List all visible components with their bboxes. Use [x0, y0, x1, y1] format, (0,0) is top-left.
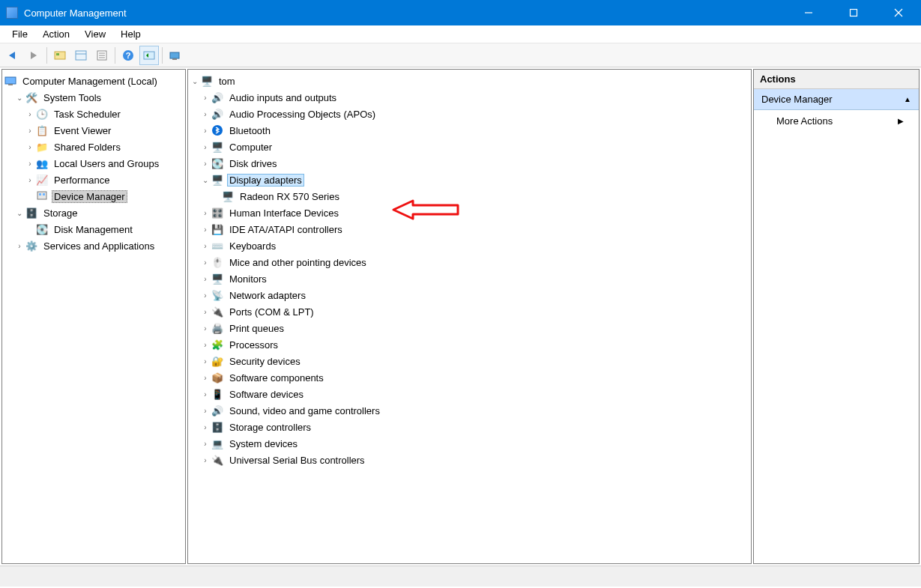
tree-shared-folders[interactable]: ›📁Shared Folders — [4, 139, 184, 155]
cat-storage-controllers[interactable]: ›🗄️Storage controllers — [190, 419, 749, 435]
chevron-right-icon[interactable]: › — [25, 110, 35, 118]
chevron-right-icon[interactable]: › — [200, 440, 211, 448]
chevron-right-icon[interactable]: › — [25, 143, 35, 151]
cat-audio-inputs[interactable]: ›🔊Audio inputs and outputs — [190, 89, 749, 106]
cat-processors[interactable]: ›🧩Processors — [190, 336, 749, 353]
chevron-right-icon[interactable]: › — [200, 407, 211, 415]
actions-more-label: More Actions — [776, 115, 833, 127]
chevron-right-icon[interactable]: › — [200, 242, 211, 250]
maximize-button[interactable] — [831, 0, 876, 25]
clock-icon: 🕒 — [35, 107, 49, 121]
chevron-down-icon[interactable]: ⌄ — [190, 77, 200, 85]
tree-system-tools[interactable]: ⌄ 🛠️ System Tools — [4, 89, 184, 106]
cat-audio-apo[interactable]: ›🔊Audio Processing Objects (APOs) — [190, 106, 749, 122]
cat-print-queues[interactable]: ›🖨️Print queues — [190, 320, 749, 336]
svg-rect-5 — [76, 51, 86, 60]
tree-performance[interactable]: ›📈Performance — [4, 172, 184, 188]
audio-icon: 🔊 — [211, 107, 224, 121]
chevron-right-icon[interactable]: › — [200, 456, 211, 464]
cat-display-adapters[interactable]: ⌄🖥️Display adapters — [190, 172, 749, 188]
chevron-right-icon[interactable]: › — [200, 160, 211, 168]
tree-device-manager[interactable]: Device Manager — [4, 188, 184, 204]
computer-mgmt-icon — [4, 74, 17, 88]
back-button[interactable] — [3, 46, 22, 65]
chevron-right-icon[interactable]: › — [200, 423, 211, 431]
chevron-down-icon[interactable]: ⌄ — [14, 94, 25, 102]
menu-view[interactable]: View — [77, 27, 113, 41]
bluetooth-icon — [211, 124, 224, 137]
chevron-right-icon[interactable]: › — [200, 209, 211, 217]
properties-button[interactable] — [71, 46, 91, 65]
refresh-button[interactable] — [139, 46, 159, 65]
chevron-down-icon[interactable]: ⌄ — [200, 176, 211, 184]
chevron-right-icon[interactable]: › — [200, 143, 211, 151]
tree-root[interactable]: Computer Management (Local) — [4, 73, 184, 89]
chevron-right-icon[interactable]: › — [200, 225, 211, 234]
chevron-right-icon[interactable]: › — [200, 357, 211, 366]
chevron-right-icon[interactable]: › — [200, 308, 211, 316]
actions-section[interactable]: Device Manager ▲ — [754, 89, 919, 110]
chevron-right-icon[interactable]: › — [200, 94, 211, 102]
forward-button[interactable] — [24, 46, 43, 65]
chevron-right-icon[interactable]: › — [200, 324, 211, 333]
chevron-right-icon[interactable]: › — [14, 242, 25, 250]
chevron-right-icon[interactable]: › — [200, 127, 211, 135]
actions-more[interactable]: More Actions ▶ — [754, 110, 919, 132]
show-hide-tree-button[interactable] — [50, 46, 70, 65]
chevron-right-icon[interactable]: › — [200, 341, 211, 349]
cat-monitors[interactable]: ›🖥️Monitors — [190, 270, 749, 287]
chevron-right-icon[interactable]: › — [25, 127, 35, 135]
title-bar: Computer Management — [0, 0, 921, 25]
menu-file[interactable]: File — [4, 27, 35, 41]
cat-usb[interactable]: ›🔌Universal Serial Bus controllers — [190, 452, 749, 468]
chevron-right-icon[interactable]: › — [200, 291, 211, 300]
cat-network[interactable]: ›📡Network adapters — [190, 287, 749, 303]
svg-rect-15 — [172, 58, 177, 60]
tree-event-viewer[interactable]: ›📋Event Viewer — [4, 122, 184, 139]
cat-ide[interactable]: ›💾IDE ATA/ATAPI controllers — [190, 221, 749, 237]
cat-security[interactable]: ›🔐Security devices — [190, 353, 749, 369]
monitor-icon: 🖥️ — [211, 272, 224, 285]
svg-rect-16 — [5, 77, 16, 84]
gpu-icon: 🖥️ — [221, 190, 235, 203]
tree-services-apps[interactable]: ›⚙️Services and Applications — [4, 237, 184, 254]
chevron-right-icon[interactable]: › — [200, 258, 211, 267]
device-root[interactable]: ⌄🖥️tom — [190, 73, 749, 89]
cat-disk-drives[interactable]: ›💽Disk drives — [190, 155, 749, 172]
cat-software-components[interactable]: ›📦Software components — [190, 369, 749, 386]
menu-action[interactable]: Action — [35, 27, 77, 41]
cat-ports[interactable]: ›🔌Ports (COM & LPT) — [190, 303, 749, 320]
chevron-right-icon[interactable]: › — [25, 176, 35, 184]
cat-computer[interactable]: ›🖥️Computer — [190, 139, 749, 155]
menu-help[interactable]: Help — [113, 27, 148, 41]
cat-keyboards[interactable]: ›⌨️Keyboards — [190, 237, 749, 254]
cat-hid[interactable]: ›🎛️Human Interface Devices — [190, 204, 749, 221]
chevron-right-icon[interactable]: › — [200, 110, 211, 118]
close-button[interactable] — [876, 0, 921, 25]
chevron-right-icon[interactable]: › — [200, 374, 211, 382]
chevron-right-icon[interactable]: › — [200, 390, 211, 398]
help-button[interactable]: ? — [118, 46, 138, 65]
svg-rect-1 — [851, 10, 857, 16]
cat-sound-video[interactable]: ›🔊Sound, video and game controllers — [190, 402, 749, 419]
usb-icon: 🔌 — [211, 453, 224, 467]
scan-hardware-button[interactable] — [166, 46, 185, 65]
chevron-right-icon[interactable]: › — [200, 275, 211, 283]
ide-icon: 💾 — [211, 222, 224, 236]
chevron-down-icon[interactable]: ⌄ — [14, 209, 25, 217]
cat-mice[interactable]: ›🖱️Mice and other pointing devices — [190, 254, 749, 270]
device-radeon-rx570[interactable]: 🖥️Radeon RX 570 Series — [190, 188, 749, 204]
perf-icon: 📈 — [35, 173, 49, 187]
tree-storage[interactable]: ⌄🗄️Storage — [4, 204, 184, 221]
chevron-right-icon[interactable]: › — [25, 160, 35, 168]
cat-system-devices[interactable]: ›💻System devices — [190, 435, 749, 452]
tree-local-users[interactable]: ›👥Local Users and Groups — [4, 155, 184, 172]
storage-icon: 🗄️ — [25, 206, 38, 219]
network-icon: 📡 — [211, 288, 224, 302]
cat-bluetooth[interactable]: ›Bluetooth — [190, 122, 749, 139]
cat-software-devices[interactable]: ›📱Software devices — [190, 386, 749, 402]
tree-task-scheduler[interactable]: ›🕒Task Scheduler — [4, 106, 184, 122]
tree-disk-management[interactable]: 💽Disk Management — [4, 221, 184, 237]
export-list-button[interactable] — [92, 46, 112, 65]
minimize-button[interactable] — [786, 0, 831, 25]
